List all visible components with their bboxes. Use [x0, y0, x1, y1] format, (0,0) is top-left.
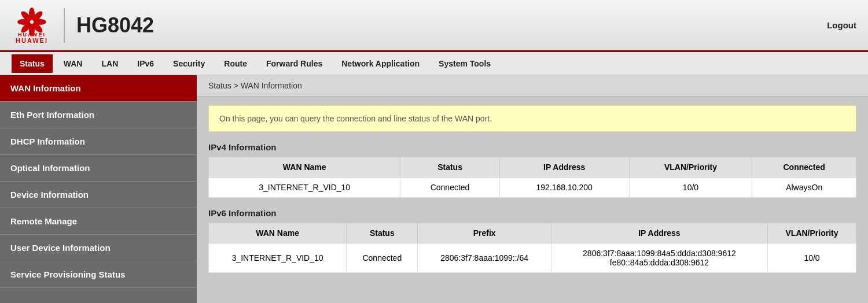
sidebar-item-wan-information[interactable]: WAN Information — [0, 75, 197, 102]
nav-item-lan[interactable]: LAN — [93, 54, 126, 73]
header-divider — [64, 8, 65, 43]
content-area: On this page, you can query the connecti… — [197, 97, 868, 292]
ipv4-col-vlan-priority: VLAN/Priority — [629, 157, 752, 178]
nav-item-forward-rules[interactable]: Forward Rules — [258, 54, 330, 73]
ipv6-col-wan-name: WAN Name — [209, 223, 347, 243]
ipv6-col-ip-address: IP Address — [551, 223, 767, 243]
huawei-logo-icon: HUAWEI — [12, 6, 52, 38]
logout-button[interactable]: Logout — [827, 20, 856, 30]
ipv4-ip-address: 192.168.10.200 — [499, 178, 629, 198]
ipv6-col-vlan-priority: VLAN/Priority — [768, 223, 856, 243]
sidebar-item-optical-information[interactable]: Optical Information — [0, 155, 197, 182]
ipv6-prefix: 2806:3f7:8aaa:1099::/64 — [418, 243, 551, 273]
logo-brand-text: HUAWEI — [16, 37, 48, 44]
ipv4-col-wan-name: WAN Name — [209, 157, 400, 178]
ipv6-col-status: Status — [347, 223, 418, 243]
ipv6-table: WAN Name Status Prefix IP Address VLAN/P… — [208, 223, 856, 273]
ipv6-ip-line2: fe80::84a5:ddda:d308:9612 — [610, 258, 709, 267]
sidebar-item-device-information[interactable]: Device Information — [0, 182, 197, 208]
nav-bar: Status WAN LAN IPv6 Security Route Forwa… — [0, 52, 868, 75]
ipv6-wan-name: 3_INTERNET_R_VID_10 — [209, 243, 347, 273]
header-left: HUAWEI HUAWEI HG8042 — [12, 6, 154, 44]
ipv6-vlan-priority: 10/0 — [768, 243, 856, 273]
nav-item-network-application[interactable]: Network Application — [333, 54, 428, 73]
logo-area: HUAWEI HUAWEI — [12, 6, 52, 44]
ipv6-status: Connected — [347, 243, 418, 273]
sidebar-item-eth-port-information[interactable]: Eth Port Information — [0, 102, 197, 128]
sidebar: WAN Information Eth Port Information DHC… — [0, 75, 197, 303]
nav-item-route[interactable]: Route — [216, 54, 255, 73]
nav-item-status[interactable]: Status — [12, 54, 53, 73]
ipv4-vlan-priority: 10/0 — [629, 178, 752, 198]
ipv6-col-prefix: Prefix — [418, 223, 551, 243]
nav-item-ipv6[interactable]: IPv6 — [129, 54, 162, 73]
ipv4-section-title: IPv4 Information — [208, 142, 856, 152]
sidebar-item-user-device-information[interactable]: User Device Information — [0, 235, 197, 261]
ipv4-col-status: Status — [400, 157, 499, 178]
info-box: On this page, you can query the connecti… — [208, 105, 856, 132]
ipv4-col-ip-address: IP Address — [499, 157, 629, 178]
header: HUAWEI HUAWEI HG8042 Logout — [0, 0, 868, 52]
nav-item-wan[interactable]: WAN — [56, 54, 91, 73]
ipv6-section-title: IPv6 Information — [208, 208, 856, 218]
ipv6-ip-address: 2806:3f7:8aaa:1099:84a5:ddda:d308:9612 f… — [551, 243, 767, 273]
ipv4-table: WAN Name Status IP Address VLAN/Priority… — [208, 157, 856, 198]
ipv4-col-connected: Connected — [752, 157, 856, 178]
ipv4-table-row: 3_INTERNET_R_VID_10 Connected 192.168.10… — [209, 178, 856, 198]
ipv4-wan-name: 3_INTERNET_R_VID_10 — [209, 178, 400, 198]
nav-item-security[interactable]: Security — [165, 54, 213, 73]
breadcrumb: Status > WAN Information — [197, 75, 868, 97]
ipv6-ip-line1: 2806:3f7:8aaa:1099:84a5:ddda:d308:9612 — [583, 249, 736, 258]
sidebar-item-service-provisioning-status[interactable]: Service Provisioning Status — [0, 261, 197, 288]
sidebar-item-dhcp-information[interactable]: DHCP Information — [0, 128, 197, 155]
sidebar-item-remote-manage[interactable]: Remote Manage — [0, 208, 197, 235]
device-title: HG8042 — [76, 13, 154, 38]
ipv4-status: Connected — [400, 178, 499, 198]
content-wrapper: WAN Information Eth Port Information DHC… — [0, 75, 868, 303]
ipv6-table-row: 3_INTERNET_R_VID_10 Connected 2806:3f7:8… — [209, 243, 856, 273]
ipv4-connected: AlwaysOn — [752, 178, 856, 198]
nav-item-system-tools[interactable]: System Tools — [431, 54, 499, 73]
main-content: Status > WAN Information On this page, y… — [197, 75, 868, 303]
